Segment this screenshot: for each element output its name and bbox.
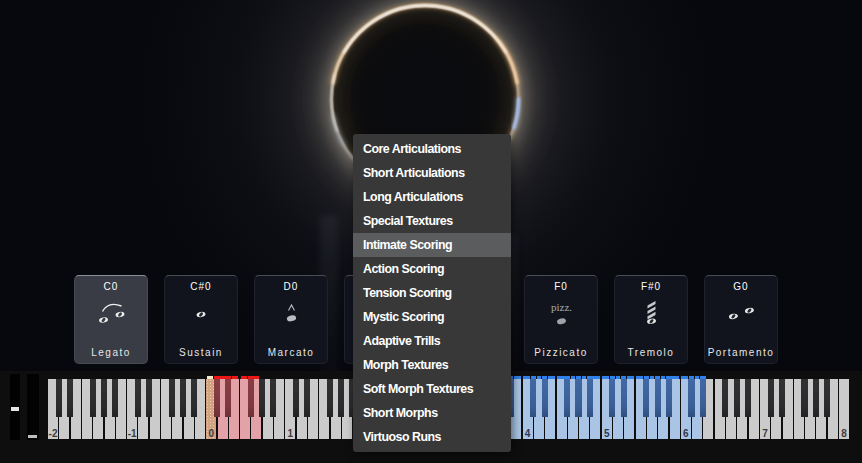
svg-text:pizz.: pizz. bbox=[551, 301, 572, 313]
